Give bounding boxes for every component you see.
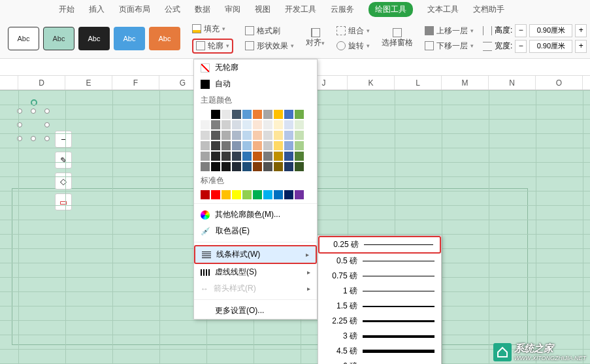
color-swatch[interactable]	[263, 120, 272, 129]
resize-handle-e[interactable]	[44, 122, 50, 127]
tab-开发工具[interactable]: 开发工具	[285, 4, 316, 15]
outline-button[interactable]: 轮廓▾	[192, 39, 233, 54]
column-header[interactable]: N	[489, 76, 536, 90]
color-swatch[interactable]	[211, 162, 220, 171]
color-swatch[interactable]	[274, 131, 283, 140]
line-weight-option[interactable]: 1 磅	[318, 284, 441, 299]
select-pane-button[interactable]: 选择窗格	[382, 28, 413, 48]
color-swatch[interactable]	[201, 152, 210, 161]
tab-插入[interactable]: 插入	[89, 4, 105, 15]
color-swatch[interactable]	[284, 190, 293, 199]
column-header[interactable]: E	[65, 76, 112, 90]
shape-effect-button[interactable]: 形状效果▾	[245, 41, 294, 52]
color-swatch[interactable]	[221, 152, 231, 161]
send-backward-button[interactable]: 下移一层▾	[425, 41, 474, 52]
color-swatch[interactable]	[284, 131, 293, 140]
color-swatch[interactable]	[253, 110, 262, 119]
height-decrement[interactable]: −	[515, 24, 527, 37]
arrow-style-item[interactable]: ↔箭头样式(R)▸	[194, 280, 317, 297]
height-increment[interactable]: +	[575, 24, 587, 37]
color-swatch[interactable]	[242, 152, 252, 161]
color-swatch[interactable]	[201, 110, 210, 119]
column-header[interactable]: L	[395, 76, 442, 90]
resize-handle-ne[interactable]	[44, 108, 50, 114]
color-swatch[interactable]	[201, 120, 210, 129]
color-swatch[interactable]	[211, 152, 220, 161]
width-input[interactable]	[529, 40, 572, 53]
resize-handle-s[interactable]	[31, 136, 36, 141]
tab-公式[interactable]: 公式	[165, 4, 180, 15]
color-swatch[interactable]	[295, 162, 304, 171]
color-swatch[interactable]	[242, 131, 252, 140]
color-swatch[interactable]	[274, 141, 283, 150]
color-swatch[interactable]	[242, 190, 252, 199]
more-colors-item[interactable]: 其他轮廓颜色(M)...	[194, 207, 317, 223]
tab-视图[interactable]: 视图	[255, 4, 270, 15]
color-swatch[interactable]	[201, 141, 210, 150]
color-swatch[interactable]	[263, 131, 272, 140]
shape-preset-1[interactable]: Abc	[8, 27, 39, 50]
resize-handle-n[interactable]	[31, 108, 36, 114]
color-swatch[interactable]	[253, 152, 262, 161]
dash-type-item[interactable]: 虚线线型(S)▸	[194, 264, 317, 280]
bring-forward-button[interactable]: 上移一层▾	[425, 25, 474, 37]
color-swatch[interactable]	[284, 162, 293, 171]
rotate-button[interactable]: 旋转▾	[336, 41, 370, 52]
eyedropper-item[interactable]: 💉取色器(E)	[194, 223, 317, 239]
color-swatch[interactable]	[263, 152, 272, 161]
color-swatch[interactable]	[263, 141, 272, 150]
color-swatch[interactable]	[211, 131, 220, 140]
line-style-item[interactable]: 线条样式(W)▸	[194, 245, 317, 264]
tab-云服务[interactable]: 云服务	[331, 4, 354, 15]
color-swatch[interactable]	[201, 162, 210, 171]
tab-文档助手[interactable]: 文档助手	[473, 4, 504, 15]
combine-button[interactable]: 组合▾	[336, 25, 370, 37]
auto-outline-item[interactable]: 自动	[194, 76, 317, 92]
color-swatch[interactable]	[232, 110, 241, 119]
tab-文本工具[interactable]: 文本工具	[427, 4, 459, 15]
line-weight-option[interactable]: 0.25 磅	[318, 236, 441, 254]
tab-开始[interactable]: 开始	[59, 4, 74, 15]
color-swatch[interactable]	[284, 141, 293, 150]
shape-preset-2[interactable]: Abc	[43, 27, 74, 50]
shape-tool[interactable]: ◇	[55, 173, 72, 190]
line-weight-option[interactable]: 6 磅	[318, 359, 441, 364]
align-button[interactable]: 对齐▾	[306, 28, 325, 48]
color-swatch[interactable]	[232, 162, 241, 171]
more-settings-item[interactable]: 更多设置(O)...	[194, 303, 317, 319]
color-swatch[interactable]	[221, 131, 231, 140]
width-decrement[interactable]: −	[515, 40, 527, 53]
color-swatch[interactable]	[221, 190, 231, 199]
shape-preset-4[interactable]: Abc	[114, 27, 145, 50]
color-swatch[interactable]	[211, 190, 220, 199]
tab-页面布局[interactable]: 页面布局	[119, 4, 150, 15]
color-swatch[interactable]	[232, 141, 241, 150]
color-swatch[interactable]	[253, 162, 262, 171]
color-swatch[interactable]	[284, 110, 293, 119]
color-swatch[interactable]	[295, 120, 304, 129]
color-swatch[interactable]	[274, 152, 283, 161]
color-swatch[interactable]	[253, 131, 262, 140]
color-swatch[interactable]	[274, 120, 283, 129]
tab-绘图工具[interactable]: 绘图工具	[369, 2, 413, 17]
color-swatch[interactable]	[232, 120, 241, 129]
color-swatch[interactable]	[232, 152, 241, 161]
color-swatch[interactable]	[295, 152, 304, 161]
shape-preset-5[interactable]: Abc	[149, 27, 180, 50]
column-header[interactable]: O	[536, 76, 583, 90]
color-swatch[interactable]	[211, 120, 220, 129]
color-swatch[interactable]	[253, 141, 262, 150]
column-header[interactable]: M	[442, 76, 489, 90]
color-swatch[interactable]	[284, 120, 293, 129]
color-swatch[interactable]	[253, 190, 262, 199]
no-outline-item[interactable]: 无轮廓	[194, 59, 317, 76]
line-weight-option[interactable]: 1.5 磅	[318, 299, 441, 314]
color-swatch[interactable]	[295, 190, 304, 199]
color-swatch[interactable]	[284, 152, 293, 161]
line-weight-option[interactable]: 4.5 磅	[318, 344, 441, 359]
line-weight-option[interactable]: 0.75 磅	[318, 269, 441, 284]
height-input[interactable]	[529, 24, 572, 37]
resize-handle-se[interactable]	[44, 136, 50, 141]
color-swatch[interactable]	[201, 190, 210, 199]
color-swatch[interactable]	[295, 141, 304, 150]
